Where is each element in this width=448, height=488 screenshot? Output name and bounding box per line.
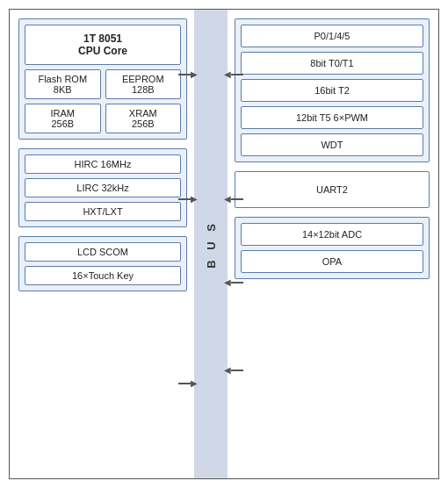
cpu-title: 1T 8051 CPU Core <box>78 32 127 57</box>
xram-box: XRAM 256B <box>105 104 182 133</box>
adc-section: 14×12bit ADC OPA <box>235 217 430 279</box>
left-column: 1T 8051 CPU Core Flash ROM 8KB EEPROM 12… <box>10 10 194 478</box>
clock-section: HIRC 16MHz LIRC 32kHz HXT/LXT <box>18 148 187 227</box>
iram-box: IRAM 256B <box>25 104 101 133</box>
bus-bar: ▶ ▶ ◀ ◀ ◀ ◀ ▶ B U S <box>194 10 228 478</box>
iram-label: IRAM 256B <box>51 108 76 129</box>
eeprom-box: EEPROM 128B <box>105 69 182 99</box>
t5-pwm-box: 12bit T5 6×PWM <box>241 106 423 129</box>
lcd-scom-label: LCD SCOM <box>77 247 128 257</box>
hxt-label: HXT/LXT <box>83 206 122 217</box>
flash-rom-label: Flash ROM 8KB <box>38 74 87 95</box>
clock-bus-arrow-left: ▶ <box>178 194 198 204</box>
cpu-bus-arrow-right: ◀ <box>224 69 243 79</box>
port-box: P0/1/4/5 <box>241 25 423 47</box>
adc-label: 14×12bit ADC <box>302 229 362 240</box>
touch-key-label: 16×Touch Key <box>72 270 134 281</box>
touch-bus-arrow-left: ▶ <box>178 378 198 388</box>
uart-label: UART2 <box>316 184 348 195</box>
hirc-label: HIRC 16MHz <box>75 159 132 169</box>
opa-label: OPA <box>322 256 342 267</box>
cpu-bus-arrow: ▶ <box>178 69 198 79</box>
right-column: P0/1/4/5 8bit T0/T1 16bit T2 12bit T5 6×… <box>228 10 438 478</box>
bus-label: B U S <box>205 220 218 269</box>
eeprom-label: EEPROM 128B <box>122 74 164 95</box>
lirc-box: LIRC 32kHz <box>25 178 181 197</box>
t2-box: 16bit T2 <box>241 79 423 102</box>
touch-key-box: 16×Touch Key <box>25 266 181 285</box>
block-diagram: 1T 8051 CPU Core Flash ROM 8KB EEPROM 12… <box>9 9 439 479</box>
adc-box: 14×12bit ADC <box>241 223 423 246</box>
uart-box: UART2 <box>235 171 430 208</box>
adc-bus-arrow-right: ◀ <box>224 365 243 375</box>
port-label: P0/1/4/5 <box>314 31 350 41</box>
wdt-box: WDT <box>241 133 423 156</box>
t5-pwm-label: 12bit T5 6×PWM <box>296 112 368 123</box>
clock-bus-arrow-right: ◀ <box>224 194 243 204</box>
lirc-label: LIRC 32kHz <box>76 183 128 193</box>
hxt-box: HXT/LXT <box>25 202 181 221</box>
lcd-section: LCD SCOM 16×Touch Key <box>18 236 187 291</box>
uart-bus-arrow-right: ◀ <box>224 277 243 287</box>
t0t1-label: 8bit T0/T1 <box>310 58 353 68</box>
hirc-box: HIRC 16MHz <box>25 154 181 174</box>
xram-label: XRAM 256B <box>129 108 157 129</box>
opa-box: OPA <box>241 250 423 273</box>
lcd-scom-box: LCD SCOM <box>25 242 181 262</box>
t0t1-box: 8bit T0/T1 <box>241 52 423 75</box>
cpu-title-box: 1T 8051 CPU Core <box>25 25 181 65</box>
memory-grid: Flash ROM 8KB EEPROM 128B IRAM 256B XRAM… <box>25 69 181 133</box>
cpu-section: 1T 8051 CPU Core Flash ROM 8KB EEPROM 12… <box>18 18 187 140</box>
wdt-label: WDT <box>321 140 343 150</box>
timer-section: P0/1/4/5 8bit T0/T1 16bit T2 12bit T5 6×… <box>235 18 430 162</box>
t2-label: 16bit T2 <box>314 85 350 96</box>
flash-rom-box: Flash ROM 8KB <box>25 69 101 99</box>
